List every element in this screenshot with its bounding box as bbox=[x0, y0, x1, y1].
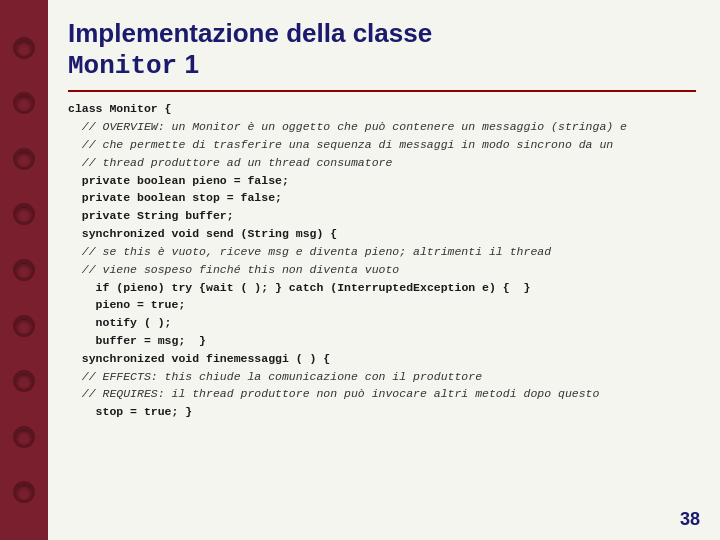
catch-keyword: catch bbox=[289, 281, 324, 294]
code-line: buffer = msg; } bbox=[68, 332, 696, 350]
title-divider bbox=[68, 90, 696, 92]
title-section: Implementazione della classe Monitor 1 bbox=[68, 18, 696, 82]
spiral-hole bbox=[13, 481, 35, 503]
spiral-hole bbox=[13, 259, 35, 281]
spiral-hole bbox=[13, 315, 35, 337]
spiral-hole bbox=[13, 148, 35, 170]
code-line: private boolean stop = false; bbox=[68, 189, 696, 207]
content-area: Implementazione della classe Monitor 1 c… bbox=[48, 0, 720, 540]
code-line: // se this è vuoto, riceve msg e diventa… bbox=[68, 243, 696, 261]
spiral-hole bbox=[13, 92, 35, 114]
spiral-hole bbox=[13, 426, 35, 448]
spiral-hole bbox=[13, 203, 35, 225]
spiral-hole bbox=[13, 370, 35, 392]
code-line: private boolean pieno = false; bbox=[68, 172, 696, 190]
spiral-holes bbox=[0, 0, 48, 540]
code-line: // EFFECTS: this chiude la comunicazione… bbox=[68, 368, 696, 386]
code-line: private String buffer; bbox=[68, 207, 696, 225]
code-line: stop = true; } bbox=[68, 403, 696, 421]
code-line: // viene sospeso finché this non diventa… bbox=[68, 261, 696, 279]
spiral-hole bbox=[13, 37, 35, 59]
code-line: pieno = true; bbox=[68, 296, 696, 314]
code-line: class Monitor { bbox=[68, 100, 696, 118]
code-line: // OVERVIEW: un Monitor è un oggetto che… bbox=[68, 118, 696, 136]
code-line: // thread produttore ad un thread consum… bbox=[68, 154, 696, 172]
page-number: 38 bbox=[680, 509, 700, 530]
slide-title-line2: Monitor 1 bbox=[68, 49, 696, 82]
code-line: synchronized void finemessaggi ( ) { bbox=[68, 350, 696, 368]
code-line: // che permette di trasferire una sequen… bbox=[68, 136, 696, 154]
code-line: notify ( ); bbox=[68, 314, 696, 332]
slide-title-line1: Implementazione della classe bbox=[68, 18, 696, 49]
code-line: synchronized void send (String msg) { bbox=[68, 225, 696, 243]
code-line: // REQUIRES: il thread produttore non pu… bbox=[68, 385, 696, 403]
code-block: class Monitor { // OVERVIEW: un Monitor … bbox=[68, 100, 696, 421]
code-line-catch: if (pieno) try {wait ( ); } catch (Inter… bbox=[68, 279, 696, 297]
